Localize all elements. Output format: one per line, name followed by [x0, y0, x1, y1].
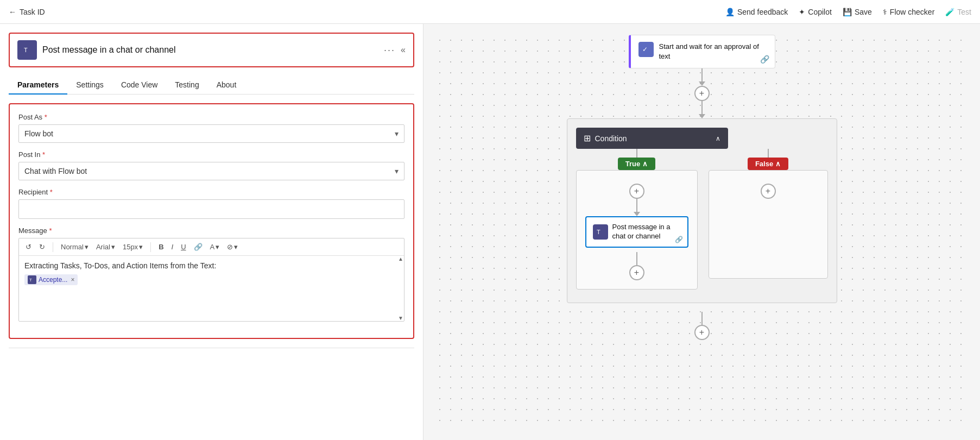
add-step-false-button[interactable]: + [761, 184, 776, 199]
editor-scrollbar: ▲ ▼ [397, 256, 404, 321]
save-button[interactable]: 💾 Save [843, 8, 872, 16]
post-as-select[interactable]: Flow bot ▾ [18, 124, 404, 143]
action-header-menu-button[interactable]: ··· [384, 45, 395, 56]
format-dropdown-button[interactable]: Normal ▾ [59, 242, 91, 252]
back-button[interactable]: ← Task ID [9, 8, 45, 16]
font-color-button[interactable]: A ▾ [208, 242, 222, 252]
approval-block-title: Start and wait for an approval of text [659, 42, 767, 61]
tab-testing[interactable]: Testing [166, 76, 207, 95]
size-chevron-icon: ▾ [139, 243, 143, 251]
add-step-true-bottom-button[interactable]: + [629, 265, 644, 280]
tabs: Parameters Settings Code View Testing Ab… [9, 76, 414, 95]
highlight-chevron-icon: ▾ [234, 243, 238, 251]
true-branch-collapse-icon: ∧ [642, 160, 648, 168]
connector-1: + [694, 68, 710, 118]
editor-content[interactable]: Extracting Tasks, To-Dos, and Action Ite… [19, 256, 404, 321]
scroll-up-button[interactable]: ▲ [398, 256, 403, 262]
message-group: Message * ↺ ↻ Normal ▾ Arial [18, 227, 404, 322]
main: T Post message in a chat or channel ··· … [0, 24, 980, 440]
approval-block-icon: ✓ [638, 42, 654, 57]
post-as-required: * [45, 113, 47, 121]
post-as-group: Post As * Flow bot ▾ [18, 113, 404, 143]
add-step-true-button[interactable]: + [629, 184, 644, 199]
toolbar-separator-2 [150, 242, 151, 252]
scroll-down-button[interactable]: ▼ [398, 315, 403, 321]
tag-close-button[interactable]: × [71, 276, 74, 284]
recipient-required: * [50, 188, 53, 196]
false-branch-label[interactable]: False ∧ [748, 158, 788, 170]
underline-button[interactable]: U [179, 242, 188, 252]
post-as-label: Post As * [18, 113, 404, 121]
message-required: * [49, 227, 52, 235]
send-feedback-button[interactable]: 👤 Send feedback [725, 8, 788, 16]
topbar-title: Task ID [20, 8, 45, 16]
message-label: Message * [18, 227, 404, 235]
flow-checker-button[interactable]: ⚕ Flow checker [883, 8, 934, 16]
recipient-label: Recipient * [18, 188, 404, 196]
editor-tag: T Accepte... × [24, 274, 78, 285]
font-chevron-icon: ▾ [111, 243, 115, 251]
font-color-chevron-icon: ▾ [216, 243, 219, 251]
action-header-icon: T [17, 40, 37, 60]
add-step-button-1[interactable]: + [694, 86, 710, 101]
true-branch: True ∧ + [576, 149, 698, 290]
post-in-chevron-icon: ▾ [395, 167, 399, 175]
flow-diagram: ✓ Start and wait for an approval of text… [567, 35, 837, 340]
svg-text:T: T [24, 47, 28, 53]
condition-collapse-button[interactable]: ∧ [716, 135, 720, 142]
link-button[interactable]: 🔗 [192, 242, 205, 252]
condition-outer: ⊞ Condition ∧ True ∧ [567, 118, 837, 303]
italic-button[interactable]: I [169, 242, 176, 252]
message-editor: ↺ ↻ Normal ▾ Arial ▾ 15px [18, 238, 404, 322]
tab-code-view[interactable]: Code View [112, 76, 166, 95]
svg-text:T: T [597, 229, 600, 235]
tab-about[interactable]: About [208, 76, 245, 95]
branches: True ∧ + [576, 149, 828, 290]
format-chevron-icon: ▾ [85, 243, 88, 251]
action-header-collapse-button[interactable]: « [401, 45, 406, 55]
copilot-button[interactable]: ✦ Copilot [799, 8, 832, 16]
approval-block: ✓ Start and wait for an approval of text… [629, 35, 775, 68]
bottom-plus-row: + [694, 312, 710, 340]
svg-text:T: T [29, 278, 32, 282]
recipient-group: Recipient * [18, 188, 404, 219]
editor-text: Extracting Tasks, To-Dos, and Action Ite… [24, 261, 399, 270]
left-panel: T Post message in a chat or channel ··· … [0, 24, 423, 440]
topbar: ← Task ID 👤 Send feedback ✦ Copilot 💾 Sa… [0, 0, 980, 24]
action-header-title: Post message in a chat or channel [42, 45, 378, 55]
recipient-input[interactable] [18, 199, 404, 219]
redo-button[interactable]: ↻ [37, 242, 47, 252]
save-icon: 💾 [843, 8, 852, 16]
true-branch-connector-2: + [629, 252, 644, 280]
true-branch-label[interactable]: True ∧ [618, 158, 655, 170]
canvas-area: ✓ Start and wait for an approval of text… [434, 35, 969, 429]
post-in-group: Post In * Chat with Flow bot ▾ [18, 150, 404, 180]
undo-button[interactable]: ↺ [23, 242, 34, 252]
highlight-button[interactable]: ⊘ ▾ [225, 242, 240, 252]
font-dropdown-button[interactable]: Arial ▾ [94, 242, 117, 252]
false-branch-container: + [709, 170, 828, 279]
post-in-select[interactable]: Chat with Flow bot ▾ [18, 162, 404, 180]
teams-block-icon: T [593, 224, 608, 240]
size-dropdown-button[interactable]: 15px ▾ [121, 242, 145, 252]
tab-settings[interactable]: Settings [67, 76, 112, 95]
tab-parameters[interactable]: Parameters [9, 76, 67, 95]
flow-checker-icon: ⚕ [883, 8, 887, 16]
toolbar-separator-1 [53, 242, 53, 252]
right-panel: ✓ Start and wait for an approval of text… [423, 24, 980, 440]
copilot-icon: ✦ [799, 8, 805, 16]
true-branch-container: + T Post message in a chat or chann [576, 170, 698, 290]
divider [9, 348, 414, 348]
add-step-bottom-button[interactable]: + [694, 325, 710, 340]
false-branch-collapse-icon: ∧ [775, 160, 781, 168]
bold-button[interactable]: B [156, 242, 166, 252]
action-header: T Post message in a chat or channel ··· … [9, 33, 414, 67]
condition-block: ⊞ Condition ∧ [576, 128, 728, 149]
test-button[interactable]: 🧪 Test [945, 8, 971, 16]
back-icon: ← [9, 8, 16, 16]
svg-text:✓: ✓ [642, 46, 648, 53]
false-branch: False ∧ + [709, 149, 828, 279]
teams-block-title: Post message in a chat or channel [612, 223, 681, 241]
feedback-icon: 👤 [725, 8, 735, 16]
condition-title: Condition [595, 134, 627, 143]
